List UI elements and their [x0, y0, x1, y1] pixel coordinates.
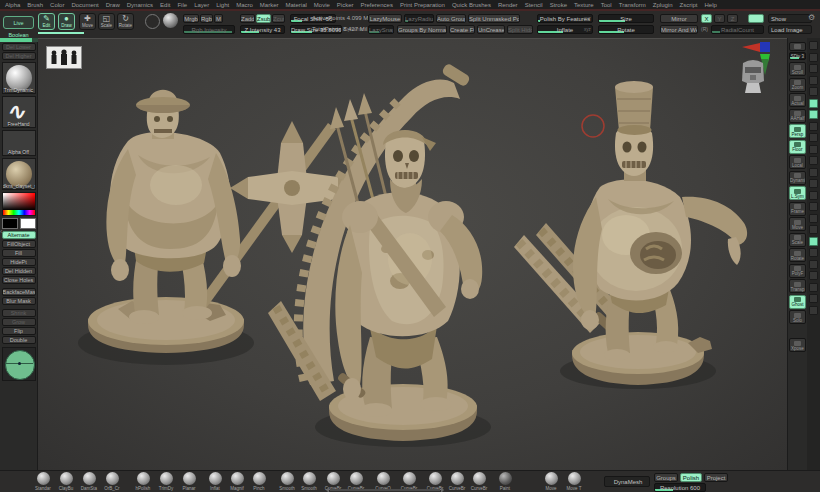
zcut-button[interactable]: Zcut — [272, 14, 285, 23]
dynamesh-button[interactable]: DynaMesh — [604, 476, 650, 487]
tray-icon[interactable] — [809, 202, 818, 211]
tray-icon[interactable] — [809, 41, 818, 50]
close-holes-button[interactable]: Close Holes — [2, 276, 36, 284]
rgb-intensity-slider[interactable]: Rgb Intensity — [183, 25, 235, 34]
menu-marker[interactable]: Marker — [260, 2, 279, 8]
tray-icon[interactable] — [809, 191, 818, 200]
brush-magnify[interactable]: Magnif — [226, 472, 248, 491]
lazysnap-slider[interactable]: LazySnap — [368, 25, 394, 34]
menu-texture[interactable]: Texture — [574, 2, 594, 8]
secondary-color-swatch[interactable] — [20, 218, 36, 229]
aahalf-button[interactable]: AAHalf — [789, 109, 806, 123]
tray-icon[interactable] — [809, 156, 818, 165]
tray-icon[interactable] — [809, 237, 818, 246]
brush-paint[interactable]: Paint — [494, 472, 516, 491]
main-color-swatch[interactable] — [2, 218, 18, 229]
menu-stroke[interactable]: Stroke — [550, 2, 567, 8]
alternate-button[interactable]: Alternate — [2, 231, 36, 239]
menu-material[interactable]: Material — [286, 2, 307, 8]
lazyradius-slider[interactable]: LazyRadius — [404, 14, 434, 23]
brush-smooth-2[interactable]: Smooth — [298, 472, 320, 491]
backfacemask-button[interactable]: BackfaceMask — [2, 288, 36, 296]
ghost-button[interactable]: Ghost — [789, 295, 806, 309]
tray-icon[interactable] — [809, 122, 818, 131]
scroll-button[interactable]: Scroll — [789, 62, 806, 76]
mirror-y-toggle[interactable]: Y — [714, 14, 725, 23]
blur-mask-button[interactable]: Blur Mask — [2, 297, 36, 305]
bpr-button[interactable] — [789, 42, 806, 51]
focal-shift-slider[interactable]: Focal Shift -56 — [290, 14, 336, 23]
flip-button[interactable]: Flip — [2, 327, 36, 335]
menu-preferences[interactable]: Preferences — [361, 2, 393, 8]
hidept-button[interactable]: HidePt — [2, 258, 36, 266]
del-hidden-button[interactable]: Del Hidden — [2, 267, 36, 275]
edit-button[interactable]: ✎ Edit — [38, 13, 55, 30]
live-boolean-button[interactable]: Live Boolean — [3, 16, 34, 29]
tray-icon[interactable] — [809, 64, 818, 73]
mrgb-button[interactable]: Mrgb — [183, 14, 199, 23]
scale-button[interactable]: ◱ Scale — [98, 13, 115, 30]
menu-quick-brushes[interactable]: Quick Brushes — [452, 2, 491, 8]
tool-thumbnail[interactable] — [46, 46, 82, 69]
tray-icon[interactable] — [809, 133, 818, 142]
m-button[interactable]: M — [214, 14, 223, 23]
menu-light[interactable]: Light — [216, 2, 229, 8]
brush-planar[interactable]: Planar — [178, 472, 200, 491]
menu-color[interactable]: Color — [50, 2, 64, 8]
fillobject-button[interactable]: FillObject — [2, 240, 36, 248]
menu-macro[interactable]: Macro — [236, 2, 253, 8]
tray-icon[interactable] — [809, 87, 818, 96]
tray-icon[interactable] — [809, 248, 818, 257]
brush-smooth[interactable]: Smooth — [276, 472, 298, 491]
menu-picker[interactable]: Picker — [337, 2, 354, 8]
load-image-field[interactable]: Load Image — [768, 25, 812, 34]
z-intensity-slider[interactable]: Z Intensity 43 — [240, 25, 285, 34]
tray-icon[interactable] — [809, 271, 818, 280]
tray-scrollbar[interactable] — [330, 489, 440, 491]
tray-icon[interactable] — [809, 145, 818, 154]
del-higher-button[interactable]: Del Higher — [2, 52, 36, 60]
tray-icon[interactable] — [809, 110, 818, 119]
brush-hpolish[interactable]: hPolish — [132, 472, 154, 491]
persp-button[interactable]: Persp — [789, 124, 806, 138]
brush-trimdynamic[interactable]: TrimDy — [155, 472, 177, 491]
tray-icon[interactable] — [809, 225, 818, 234]
mirror-x-toggle[interactable]: X — [701, 14, 712, 23]
menu-zplugin[interactable]: Zplugin — [653, 2, 673, 8]
sdiv-slider[interactable] — [0, 38, 38, 42]
sculpt-figure-right[interactable] — [514, 81, 747, 389]
tray-icon[interactable] — [809, 260, 818, 269]
fill-button[interactable]: Fill — [2, 249, 36, 257]
brush-claybuildup[interactable]: ClayBu — [55, 472, 77, 491]
mirror-z-toggle[interactable]: Z — [727, 14, 738, 23]
solo-button[interactable]: Solo — [789, 310, 806, 324]
show-field[interactable]: Show — [768, 14, 812, 23]
zoom-button[interactable]: Zoom — [789, 78, 806, 92]
menu-brush[interactable]: Brush — [27, 2, 43, 8]
double-button[interactable]: Double — [2, 336, 36, 344]
floor-button[interactable]: Floor — [789, 140, 806, 154]
brush-standard[interactable]: Standar — [32, 472, 54, 491]
brush-damstandard[interactable]: DamSta — [78, 472, 100, 491]
mirror-weld-toggle[interactable] — [748, 14, 764, 23]
tray-icon[interactable] — [809, 76, 818, 85]
del-lower-button[interactable]: Del Lower — [2, 43, 36, 51]
auto-groups-button[interactable]: Auto Groups — [436, 14, 466, 23]
rotate-view-button[interactable]: Rotate — [789, 248, 806, 262]
move-view-button[interactable]: Move — [789, 217, 806, 231]
scale-view-button[interactable]: Scale — [789, 233, 806, 247]
tray-icon[interactable] — [809, 99, 818, 108]
brush-move[interactable]: Move — [540, 472, 562, 491]
brush-preview-icon[interactable] — [163, 13, 178, 28]
brush-orb-crack[interactable]: OrB_Cr — [101, 472, 123, 491]
local-button[interactable]: Local — [789, 155, 806, 169]
material-thumbnail[interactable]: dkns_clayset_s0 — [2, 158, 36, 190]
tray-icon[interactable] — [809, 214, 818, 223]
frame-button[interactable]: Frame — [789, 202, 806, 216]
brush-curve-5[interactable]: CurveBr — [446, 472, 468, 491]
menu-render[interactable]: Render — [498, 2, 518, 8]
brush-pinch[interactable]: Pinch — [248, 472, 270, 491]
draw-button[interactable]: ● Draw — [58, 13, 75, 30]
inflate-slider[interactable]: Inflate — [537, 25, 593, 34]
menu-tool[interactable]: Tool — [601, 2, 612, 8]
